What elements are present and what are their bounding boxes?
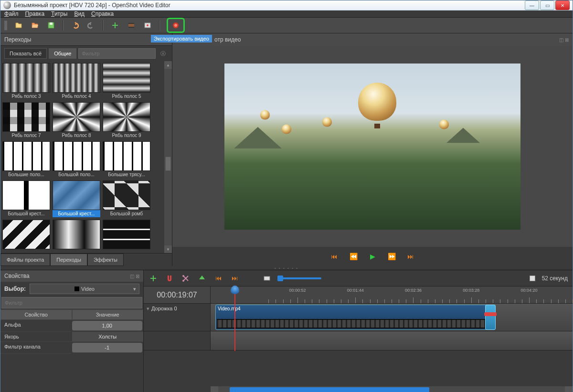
scenery-pyramid [446, 127, 480, 143]
transition-item[interactable] [103, 220, 150, 251]
close-panel-icon[interactable]: ⊠ [565, 37, 569, 42]
transition-item[interactable]: Рябь полос 3 [2, 63, 50, 100]
transition-item[interactable]: Большие поло... [2, 141, 50, 178]
transition-clip[interactable] [485, 305, 496, 330]
jump-end-icon[interactable]: ⏭ [406, 253, 415, 260]
menu-file[interactable]: Файл [4, 11, 19, 17]
video-clip[interactable]: Video.mp4 [215, 305, 492, 330]
track-content[interactable]: Video.mp4 [211, 304, 573, 331]
property-value[interactable]: -1 [72, 343, 143, 353]
ruler-tick [283, 299, 284, 303]
track-collapse-icon[interactable]: ▾ [147, 306, 149, 312]
splitter-grip[interactable]: • • • • • • [0, 266, 573, 270]
close-button[interactable]: ✕ [555, 0, 570, 10]
property-row[interactable]: ЯкорьХолсты [0, 332, 143, 342]
open-project-icon[interactable] [30, 21, 40, 30]
transition-item[interactable]: Большой ромб [103, 180, 150, 217]
add-marker-icon[interactable] [197, 274, 207, 283]
tab-transitions[interactable]: Переходы [50, 254, 87, 266]
show-all-tab[interactable]: Показать всё [4, 48, 47, 59]
jump-start-icon[interactable]: ⏮ [330, 253, 339, 260]
col-property[interactable]: Свойство [0, 309, 72, 320]
scroll-down-icon[interactable]: ▼ [164, 245, 172, 253]
menu-view[interactable]: Вид [74, 11, 85, 17]
transition-item[interactable]: Рябь полос 7 [2, 102, 50, 139]
next-marker-icon[interactable]: ⏭ [230, 274, 239, 283]
close-panel-icon[interactable]: ⊠ [136, 274, 139, 279]
property-row[interactable]: Фильтр канала-1 [0, 342, 143, 354]
add-track-icon[interactable] [149, 274, 158, 283]
profiles-icon[interactable] [143, 21, 152, 30]
menu-edit[interactable]: Правка [25, 11, 45, 17]
play-icon[interactable]: ▶ [368, 253, 377, 260]
toolbar-handle[interactable] [4, 21, 7, 30]
snap-icon[interactable] [165, 274, 174, 283]
transition-item[interactable] [2, 220, 50, 251]
rewind-icon[interactable]: ⏪ [349, 253, 358, 260]
timeline-scroll-thumb[interactable] [230, 387, 429, 392]
transition-thumbnail [53, 180, 100, 210]
redo-icon[interactable] [86, 21, 96, 30]
ruler-tick-label: 00:04:20 [521, 288, 538, 293]
property-row[interactable]: Альфа1,00 [0, 320, 143, 332]
zoom-slider[interactable] [278, 277, 321, 279]
titlebar[interactable]: Безымянный проект [HDV 720 24p] - OpenSh… [0, 0, 573, 11]
transition-thumbnail [103, 63, 150, 93]
export-highlight [167, 18, 185, 33]
ruler-tick [515, 299, 515, 303]
transition-item[interactable]: Рябь полос 9 [103, 102, 150, 139]
property-value[interactable]: 1,00 [72, 321, 143, 331]
transition-item[interactable]: Большой крест... [2, 180, 50, 217]
razor-icon[interactable] [181, 274, 191, 283]
properties-filter-input[interactable] [1, 297, 142, 308]
timeline-checkbox[interactable] [530, 275, 535, 281]
transition-item[interactable]: Большие трясу... [103, 141, 150, 178]
track-content-empty[interactable] [211, 331, 573, 350]
clear-filter-icon[interactable]: ⓧ [158, 48, 168, 59]
scroll-thumb[interactable] [165, 157, 171, 171]
track-label[interactable]: ▾ Дорожка 0 [144, 304, 211, 331]
undo-icon[interactable] [70, 21, 80, 30]
minimize-button[interactable]: — [525, 0, 539, 10]
transition-item[interactable] [53, 220, 100, 251]
maximize-button[interactable]: ▭ [540, 0, 554, 10]
track-label-empty[interactable] [144, 331, 211, 350]
property-value[interactable]: Холсты [72, 332, 144, 342]
menu-titles[interactable]: Титры [51, 11, 67, 17]
selection-dropdown[interactable]: Video [30, 284, 139, 294]
transitions-scrollbar[interactable]: ▲ ▼ [164, 61, 172, 253]
ruler-tick [536, 299, 537, 303]
export-video-icon[interactable] [171, 21, 180, 30]
col-value[interactable]: Значение [72, 309, 144, 320]
transition-item[interactable]: Рябь полос 4 [53, 63, 100, 100]
center-playhead-icon[interactable] [262, 274, 272, 283]
timeline-scrollbar-h[interactable] [211, 386, 573, 392]
transition-item[interactable]: Рябь полос 8 [53, 102, 100, 139]
timeline-ruler[interactable]: 00:00:19:07 00:00:5200:01:4400:02:3600:0… [144, 286, 573, 304]
add-icon[interactable] [110, 21, 120, 30]
transitions-filter-input[interactable] [78, 48, 156, 59]
transition-thumbnail [103, 220, 150, 249]
tab-project-files[interactable]: Файлы проекта [0, 254, 50, 266]
film-icon[interactable] [127, 21, 136, 30]
prev-marker-icon[interactable]: ⏮ [213, 274, 223, 283]
track-name: Дорожка 0 [151, 306, 177, 311]
common-tab[interactable]: Общие [49, 48, 76, 59]
tab-effects[interactable]: Эффекты [87, 254, 124, 266]
dock-icon[interactable]: ◫ [130, 274, 134, 279]
fast-forward-icon[interactable]: ⏩ [387, 253, 396, 260]
new-project-icon[interactable] [14, 21, 23, 30]
menu-help[interactable]: Справка [91, 11, 114, 17]
save-project-icon[interactable] [46, 21, 56, 30]
preview-viewport[interactable] [172, 46, 573, 247]
playhead[interactable] [234, 286, 235, 351]
scroll-up-icon[interactable]: ▲ [164, 61, 172, 69]
dock-icon[interactable]: ◫ [559, 37, 563, 42]
transitions-scroll[interactable]: Рябь полос 3Рябь полос 4Рябь полос 5Рябь… [0, 61, 172, 253]
ruler-tick [334, 299, 334, 303]
transition-item[interactable]: Большой крест... [53, 180, 100, 217]
window-frame: Безымянный проект [HDV 720 24p] - OpenSh… [0, 0, 573, 392]
balloon-small [282, 124, 291, 136]
transition-item[interactable]: Рябь полос 5 [103, 63, 150, 100]
transition-item[interactable]: Большой поло... [53, 141, 100, 178]
